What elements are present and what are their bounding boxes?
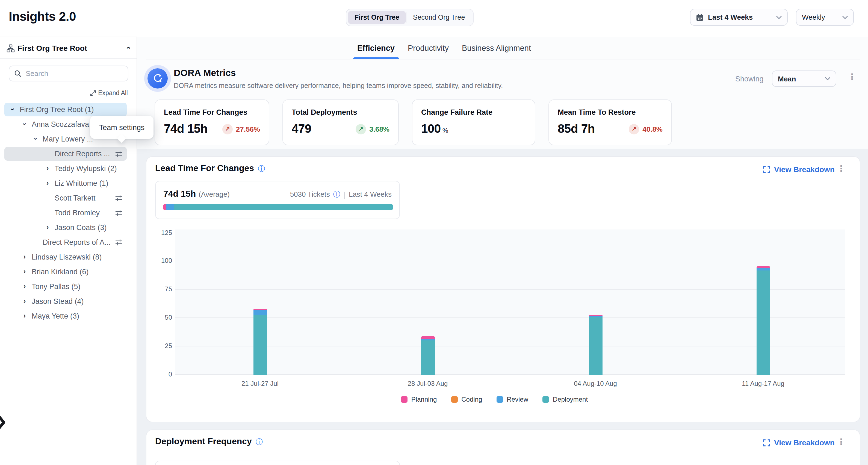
legend-label: Coding	[461, 396, 482, 403]
deployment-summary-card	[155, 461, 400, 465]
tree-item[interactable]: ›Teddy Wylupski (2)	[0, 161, 136, 176]
view-breakdown-button[interactable]: View Breakdown	[763, 438, 835, 447]
chevron-right-icon[interactable]: ›	[45, 223, 50, 232]
bar-28-jul-03-aug[interactable]	[421, 336, 435, 375]
tree-item-label: Jason Stead (4)	[32, 297, 84, 305]
info-icon[interactable]: ⓘ	[256, 438, 263, 445]
chevron-right-icon[interactable]: ›	[22, 252, 27, 261]
chevron-right-icon[interactable]: ›	[22, 282, 27, 291]
tickets-count: 5030 Tickets	[290, 190, 330, 198]
org-chart-icon	[6, 44, 15, 53]
bar-04-aug-10-aug[interactable]	[589, 315, 602, 375]
separator: |	[344, 190, 345, 198]
chevron-right-icon[interactable]: ›	[22, 297, 27, 305]
legend-swatch	[451, 396, 458, 403]
collapse-chevron-icon[interactable]: ›	[123, 46, 132, 49]
tree-item-label: Jason Coats (3)	[55, 223, 107, 232]
trend-badge: ↗27.56%	[222, 124, 260, 134]
tree-item[interactable]: ›Lindsay Liszewski (8)	[0, 250, 136, 265]
lead-time-distribution-bar	[163, 204, 393, 210]
sidebar-search	[9, 66, 128, 82]
bar-21-jul-27-jul[interactable]	[253, 308, 267, 375]
legend-item-review: Review	[496, 396, 528, 403]
bar-segment-planning	[421, 336, 435, 339]
tree-item[interactable]: ›Jason Stead (4)	[0, 294, 136, 309]
x-axis-tick-label: 21 Jul-27 Jul	[222, 380, 298, 388]
tree-item[interactable]: Todd Bromley	[0, 206, 136, 220]
tree-item-label: Maya Yette (3)	[32, 312, 79, 320]
metric-title: Mean Time To Restore	[558, 108, 662, 116]
team-settings-sliders-icon[interactable]	[115, 194, 122, 202]
chevron-down-icon[interactable]: ›	[8, 106, 17, 112]
chevron-down-icon	[842, 16, 848, 19]
deployment-kebab-menu-icon[interactable]: ⋮	[837, 438, 846, 446]
legend-label: Review	[507, 396, 528, 403]
team-settings-sliders-icon[interactable]	[115, 209, 122, 216]
tree-item-label: Todd Bromley	[55, 209, 100, 217]
bar-segment-deployment	[589, 317, 602, 375]
showing-select[interactable]: Mean	[772, 70, 836, 87]
metric-value: 74d 15h	[164, 122, 208, 136]
tab-efficiency[interactable]: Efficiency	[357, 44, 395, 59]
expand-corners-icon	[763, 166, 770, 173]
legend-swatch	[542, 396, 549, 403]
dora-section-description: DORA metrics measure software delivery p…	[174, 82, 503, 90]
metric-card: Change Failure Rate100%	[412, 99, 535, 145]
x-axis-tick-label: 28 Jul-03 Aug	[390, 380, 466, 388]
dora-kebab-menu-icon[interactable]: ⋮	[848, 73, 857, 81]
sidebar-header[interactable]: First Org Tree Root ›	[0, 37, 136, 59]
org-toggle-option[interactable]: First Org Tree	[348, 11, 406, 24]
search-input[interactable]	[26, 67, 124, 80]
chevron-right-icon[interactable]: ›	[22, 267, 27, 276]
org-toggle-option[interactable]: Second Org Tree	[406, 11, 471, 24]
metric-value: 100	[421, 122, 441, 136]
info-icon[interactable]: ⓘ	[258, 165, 265, 172]
y-axis-tick-label: 50	[156, 314, 172, 321]
tree-item[interactable]: Direct Reports of A...	[0, 235, 136, 250]
tree-item[interactable]: Scott Tarkett	[0, 191, 136, 206]
gridline	[175, 374, 845, 375]
chevron-down-icon[interactable]: ›	[31, 136, 40, 142]
metric-title: Total Deployments	[292, 108, 390, 116]
date-range-select[interactable]: Last 4 Weeks	[690, 9, 788, 26]
trend-value: 27.56%	[236, 125, 260, 133]
lead-time-chart-plot	[175, 229, 845, 375]
distribution-segment-review	[166, 204, 174, 210]
chevron-right-icon[interactable]: ›	[45, 179, 50, 187]
bar-11-aug-17-aug[interactable]	[756, 266, 770, 375]
tab-business-alignment[interactable]: Business Alignment	[462, 44, 531, 59]
lead-time-title: Lead Time For Changes	[155, 163, 254, 173]
tree-item[interactable]: ›Tony Pallas (5)	[0, 279, 136, 294]
tree-item[interactable]: ›Jason Coats (3)	[0, 220, 136, 235]
deployment-frequency-title: Deployment Frequency	[155, 437, 252, 446]
tree-item[interactable]: ›Brian Kirkland (6)	[0, 265, 136, 279]
tabs-divider	[146, 60, 860, 60]
tab-productivity[interactable]: Productivity	[408, 44, 449, 59]
tree-item[interactable]: ›Liz Whittome (1)	[0, 176, 136, 191]
metric-card: Total Deployments479↗3.68%	[282, 99, 399, 145]
tree-item-label: Lindsay Liszewski (8)	[32, 253, 102, 261]
chevron-down-icon[interactable]: ›	[20, 121, 29, 127]
info-icon[interactable]: ⓘ	[333, 191, 340, 198]
sidebar-handle-chevron-icon[interactable]	[0, 414, 5, 431]
view-breakdown-button[interactable]: View Breakdown	[763, 165, 835, 174]
metric-title: Change Failure Rate	[421, 108, 526, 116]
tooltip-text: Team settings	[99, 123, 145, 131]
team-settings-sliders-icon[interactable]	[115, 150, 122, 157]
metric-card: Mean Time To Restore85d 7h↗40.8%	[549, 99, 672, 145]
team-settings-sliders-icon[interactable]	[115, 239, 122, 246]
metric-card: Lead Time For Changes74d 15h↗27.56%	[155, 99, 269, 145]
granularity-select[interactable]: Weekly	[796, 9, 854, 26]
org-tree-toggle: First Org TreeSecond Org Tree	[346, 9, 474, 26]
lead-time-kebab-menu-icon[interactable]: ⋮	[837, 165, 846, 173]
chevron-right-icon[interactable]: ›	[45, 164, 50, 173]
tree-item[interactable]: ›First Org Tree Root (1)	[0, 102, 136, 117]
chevron-right-icon[interactable]: ›	[22, 311, 27, 320]
chevron-down-icon	[825, 77, 830, 80]
tree-item[interactable]: Direct Reports ...	[0, 147, 136, 161]
expand-all-button[interactable]: Expand All	[90, 90, 128, 96]
expand-diagonal-icon	[90, 90, 96, 96]
period-label: Last 4 Weeks	[349, 190, 392, 198]
tree-item[interactable]: ›Maya Yette (3)	[0, 309, 136, 323]
legend-item-coding: Coding	[451, 396, 482, 403]
